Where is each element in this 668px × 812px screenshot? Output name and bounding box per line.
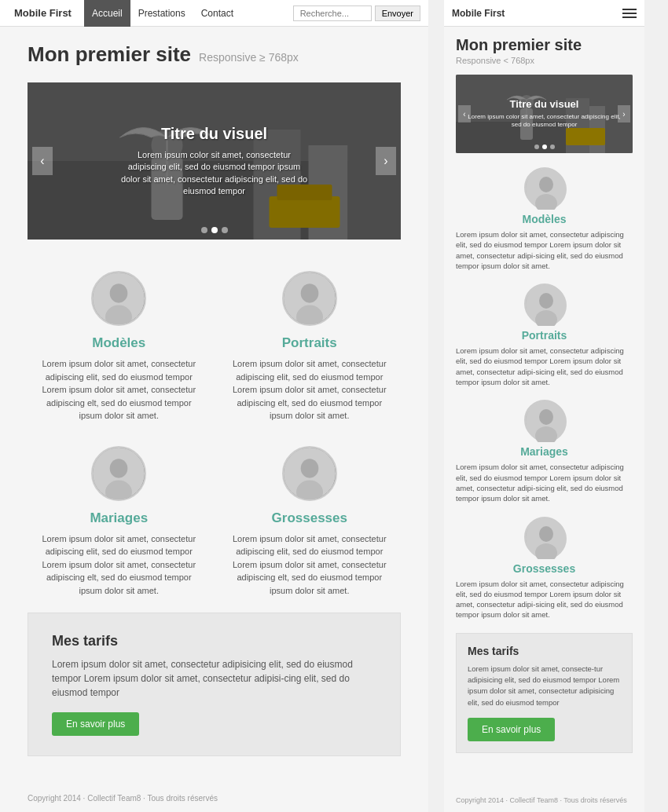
hamburger-line-2 <box>622 13 637 14</box>
right-carousel-next-button[interactable]: › <box>618 105 630 123</box>
navbar-brand-left: Mobile First <box>8 7 78 19</box>
carousel-dot-3[interactable] <box>222 227 228 233</box>
grid-item-portraits: Portraits Lorem ipsum dolor sit amet, co… <box>218 263 402 430</box>
hamburger-menu[interactable] <box>622 9 637 18</box>
right-grid-text-portraits: Lorem ipsum dolor sit amet, consectetur … <box>456 346 633 387</box>
right-avatar-portraits <box>524 283 565 324</box>
grid-title-mariages: Mariages <box>35 510 203 526</box>
grid-text-modeles: Lorem ipsum dolor sit amet, consectetur … <box>35 357 203 422</box>
left-page-content: Mon premier site Responsive ≥ 768px <box>0 27 428 778</box>
right-grid-item-portraits: Portraits Lorem ipsum dolor sit amet, co… <box>456 283 633 387</box>
right-grid-item-mariages: Mariages Lorem ipsum dolor sit amet, con… <box>456 400 633 503</box>
grid-title-portraits: Portraits <box>226 335 394 351</box>
carousel-dot-1[interactable] <box>201 227 207 233</box>
right-carousel-dots <box>534 144 555 149</box>
left-tarifs-title: Mes tarifs <box>52 633 376 649</box>
right-navbar: Mobile First <box>444 0 644 27</box>
avatar-modeles <box>91 271 146 326</box>
left-navbar: Mobile First Accueil Prestations Contact… <box>0 0 428 27</box>
search-input[interactable] <box>293 5 372 21</box>
left-carousel: Titre du visuel Lorem ipsum color sit am… <box>28 82 401 240</box>
left-grid: Modèles Lorem ipsum dolor sit amet, cons… <box>28 263 401 605</box>
right-grid-title-portraits: Portraits <box>522 329 567 342</box>
search-button[interactable]: Envoyer <box>375 5 420 21</box>
right-avatar-grossesses <box>524 517 565 558</box>
right-carousel: Titre du visuel Lorem ipsum color sit am… <box>456 75 633 153</box>
left-footer: Copyright 2014 · Collectif Team8 · Tous … <box>0 785 428 812</box>
left-tarifs-section: Mes tarifs Lorem ipsum dolor sit amet, c… <box>28 613 401 756</box>
left-tarifs-text: Lorem ipsum dolor sit amet, consectetur … <box>52 657 376 700</box>
right-grid-text-modeles: Lorem ipsum dolor sit amet, consectetur … <box>456 229 633 271</box>
svg-point-41 <box>539 409 553 425</box>
right-carousel-text: Titre du visuel Lorem ipsum color sit am… <box>464 98 624 130</box>
right-carousel-desc: Lorem ipsum color sit amet, consectetur … <box>464 113 624 130</box>
right-carousel-prev-button[interactable]: ‹ <box>458 105 471 123</box>
left-page-title-area: Mon premier site Responsive ≥ 768px <box>28 42 401 70</box>
right-grid-text-mariages: Lorem ipsum dolor sit amet, consectetur … <box>456 462 633 503</box>
carousel-desc: Lorem ipsum color sit amet, consectetur … <box>121 149 308 198</box>
right-tarifs-section: Mes tarifs Lorem ipsum dolor sit amet, c… <box>456 633 633 753</box>
left-nav: Accueil Prestations Contact <box>84 0 241 26</box>
grid-title-modeles: Modèles <box>35 335 203 351</box>
right-panel: Mobile First Mon premier site Responsive… <box>444 0 644 812</box>
left-tarifs-btn[interactable]: En savoir plus <box>52 712 139 736</box>
right-grid-title-mariages: Mariages <box>520 445 568 458</box>
right-grid-item-modeles: Modèles Lorem ipsum dolor sit amet, cons… <box>456 167 633 271</box>
carousel-dot-2[interactable] <box>211 227 218 233</box>
carousel-prev-button[interactable]: ‹ <box>32 147 53 175</box>
grid-item-mariages: Mariages Lorem ipsum dolor sit amet, con… <box>28 438 211 605</box>
svg-point-19 <box>110 459 128 478</box>
right-page-subtitle: Responsive < 768px <box>456 56 633 65</box>
right-avatar-modeles <box>524 167 565 208</box>
right-carousel-title: Titre du visuel <box>464 98 624 110</box>
navbar-brand-right: Mobile First <box>452 8 505 19</box>
avatar-mariages <box>91 446 146 501</box>
svg-point-22 <box>300 459 318 478</box>
svg-point-35 <box>539 177 553 192</box>
svg-point-16 <box>300 283 318 303</box>
right-grid-item-grossesses: Grossesses Lorem ipsum dolor sit amet, c… <box>456 517 633 620</box>
grid-text-grossesses: Lorem ipsum dolor sit amet, consectetur … <box>226 532 394 598</box>
grid-text-portraits: Lorem ipsum dolor sit amet, consectetur … <box>226 357 394 422</box>
right-dot-1[interactable] <box>534 144 539 149</box>
grid-item-modeles: Modèles Lorem ipsum dolor sit amet, cons… <box>28 263 211 430</box>
grid-title-grossesses: Grossesses <box>226 510 394 526</box>
carousel-text: Titre du visuel Lorem ipsum color sit am… <box>121 125 308 198</box>
nav-item-prestations[interactable]: Prestations <box>130 0 193 27</box>
right-grid-title-modeles: Modèles <box>522 213 566 225</box>
right-tarifs-btn[interactable]: En savoir plus <box>468 718 555 741</box>
navbar-search: Envoyer <box>293 5 420 21</box>
svg-point-13 <box>110 283 128 303</box>
carousel-dots <box>201 227 228 233</box>
nav-item-accueil[interactable]: Accueil <box>84 0 130 27</box>
grid-text-mariages: Lorem ipsum dolor sit amet, consectetur … <box>35 532 203 598</box>
grid-item-grossesses: Grossesses Lorem ipsum dolor sit amet, c… <box>218 438 402 605</box>
svg-point-38 <box>539 293 553 309</box>
hamburger-line-1 <box>622 9 637 10</box>
left-page-title: Mon premier site <box>28 42 191 67</box>
right-tarifs-title: Mes tarifs <box>468 645 621 657</box>
right-grid-title-grossesses: Grossesses <box>513 562 575 575</box>
svg-point-44 <box>539 526 553 542</box>
avatar-grossesses <box>282 446 337 501</box>
hamburger-line-3 <box>622 16 637 18</box>
avatar-portraits <box>282 271 337 326</box>
right-tarifs-text: Lorem ipsum dolor sit amet, consecte-tur… <box>468 664 621 708</box>
right-avatar-mariages <box>524 400 565 441</box>
nav-item-contact[interactable]: Contact <box>193 0 241 27</box>
carousel-next-button[interactable]: › <box>376 147 396 175</box>
right-page-content: Mon premier site Responsive < 768px <box>444 27 644 785</box>
right-grid: Modèles Lorem ipsum dolor sit amet, cons… <box>456 167 633 620</box>
right-grid-text-grossesses: Lorem ipsum dolor sit amet, consectetur … <box>456 579 633 620</box>
left-panel: Mobile First Accueil Prestations Contact… <box>0 0 428 812</box>
carousel-title: Titre du visuel <box>121 125 308 143</box>
right-dot-3[interactable] <box>550 144 555 149</box>
left-page-subtitle: Responsive ≥ 768px <box>199 51 299 64</box>
right-page-title: Mon premier site <box>456 36 633 54</box>
right-footer: Copyright 2014 · Collectif Team8 · Tous … <box>444 788 644 812</box>
right-dot-2[interactable] <box>542 144 547 149</box>
